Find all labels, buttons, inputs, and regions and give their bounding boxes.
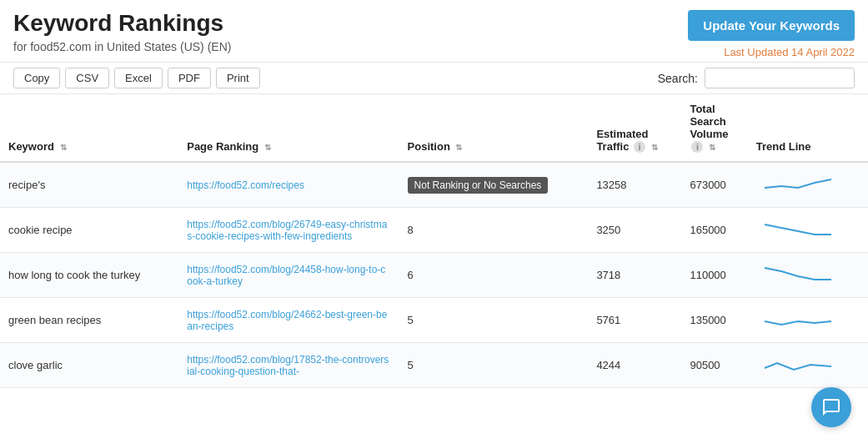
trend-cell: [748, 298, 868, 343]
traffic-cell: 3718: [588, 253, 681, 298]
trend-line-chart: [756, 261, 840, 286]
position-cell: 6: [399, 253, 589, 298]
chat-button[interactable]: [811, 387, 851, 427]
csv-button[interactable]: CSV: [65, 68, 109, 88]
excel-button[interactable]: Excel: [114, 68, 163, 88]
update-keywords-button[interactable]: Update Your Keywords: [688, 10, 855, 41]
table-row: green bean recipeshttps://food52.com/blo…: [0, 298, 868, 343]
col-page-ranking: Page Ranking ⇅: [178, 94, 399, 162]
col-volume: TotalSearchVolume i ⇅: [681, 94, 747, 162]
last-updated-label: Last Updated 14 April 2022: [724, 46, 855, 58]
trend-cell: [748, 208, 868, 253]
table-row: how long to cook the turkeyhttps://food5…: [0, 253, 868, 298]
traffic-cell: 4244: [588, 343, 681, 388]
chat-icon: [821, 397, 841, 417]
copy-button[interactable]: Copy: [13, 68, 60, 88]
keyword-cell: recipe's: [0, 162, 178, 208]
volume-cell: 90500: [681, 343, 747, 388]
trend-cell: [748, 253, 868, 298]
volume-cell: 135000: [681, 298, 747, 343]
keyword-cell: how long to cook the turkey: [0, 253, 178, 298]
col-keyword: Keyword ⇅: [0, 94, 178, 162]
pdf-button[interactable]: PDF: [168, 68, 211, 88]
position-sort-icon[interactable]: ⇅: [455, 143, 462, 152]
traffic-cell: 5761: [588, 298, 681, 343]
page-ranking-cell: https://food52.com/blog/24662-best-green…: [178, 298, 399, 343]
trend-line-chart: [756, 306, 840, 331]
page-header: Keyword Rankings for food52.com in Unite…: [0, 0, 868, 62]
table-header-row: Keyword ⇅ Page Ranking ⇅ Position ⇅ Esti…: [0, 94, 868, 162]
toolbar: Copy CSV Excel PDF Print Search:: [0, 62, 868, 94]
position-cell: 8: [399, 208, 589, 253]
page-ranking-cell: https://food52.com/blog/17852-the-contro…: [178, 343, 399, 388]
table-row: recipe'shttps://food52.com/recipesNot Ra…: [0, 162, 868, 208]
keyword-cell: clove garlic: [0, 343, 178, 388]
col-position: Position ⇅: [399, 94, 589, 162]
search-input[interactable]: [705, 68, 855, 88]
position-cell: 5: [399, 343, 589, 388]
volume-info-icon[interactable]: i: [691, 141, 703, 153]
traffic-cell: 3250: [588, 208, 681, 253]
traffic-sort-icon[interactable]: ⇅: [651, 143, 658, 152]
volume-sort-icon[interactable]: ⇅: [709, 143, 715, 152]
volume-cell: 110000: [681, 253, 747, 298]
page-ranking-cell: https://food52.com/blog/24458-how-long-t…: [178, 253, 399, 298]
page-ranking-sort-icon[interactable]: ⇅: [264, 143, 271, 152]
traffic-info-icon[interactable]: i: [634, 141, 645, 153]
trend-line-chart: [756, 216, 840, 241]
position-cell: 5: [399, 298, 589, 343]
col-trend: Trend Line: [748, 94, 868, 162]
export-buttons: Copy CSV Excel PDF Print: [13, 68, 260, 88]
keyword-cell: cookie recipe: [0, 208, 178, 253]
search-label: Search:: [658, 72, 698, 85]
page-subtitle: for food52.com in United States (US) (EN…: [13, 40, 231, 53]
col-traffic: EstimatedTraffic i ⇅: [588, 94, 681, 162]
keyword-rankings-table: Keyword ⇅ Page Ranking ⇅ Position ⇅ Esti…: [0, 94, 868, 388]
search-area: Search:: [658, 68, 855, 88]
keyword-cell: green bean recipes: [0, 298, 178, 343]
page-ranking-cell: https://food52.com/recipes: [178, 162, 399, 208]
position-cell: Not Ranking or No Searches: [399, 162, 589, 208]
table-row: cookie recipehttps://food52.com/blog/267…: [0, 208, 868, 253]
page-ranking-cell: https://food52.com/blog/26749-easy-chris…: [178, 208, 399, 253]
table-row: clove garlichttps://food52.com/blog/1785…: [0, 343, 868, 388]
page-title: Keyword Rankings: [13, 10, 231, 37]
trend-cell: [748, 343, 868, 388]
header-right: Update Your Keywords Last Updated 14 Apr…: [688, 10, 855, 58]
volume-cell: 165000: [681, 208, 747, 253]
volume-cell: 673000: [681, 162, 747, 208]
print-button[interactable]: Print: [216, 68, 260, 88]
traffic-cell: 13258: [588, 162, 681, 208]
trend-cell: [748, 162, 868, 208]
not-ranking-badge: Not Ranking or No Searches: [408, 177, 549, 194]
table-wrapper: Keyword ⇅ Page Ranking ⇅ Position ⇅ Esti…: [0, 94, 868, 388]
title-section: Keyword Rankings for food52.com in Unite…: [13, 10, 231, 53]
keyword-sort-icon[interactable]: ⇅: [60, 143, 67, 152]
trend-line-chart: [756, 351, 840, 376]
trend-line-chart: [756, 171, 840, 196]
